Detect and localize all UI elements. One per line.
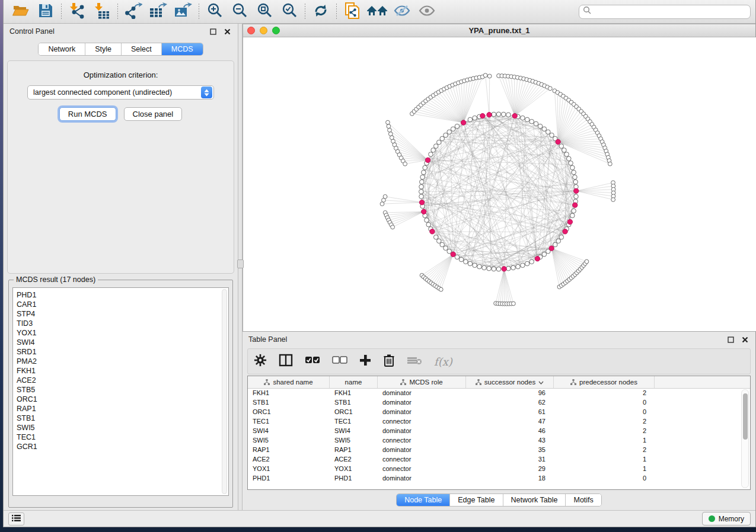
dropdown-selected-value: largest connected component (undirected) bbox=[28, 88, 201, 97]
table-cell: 46 bbox=[466, 427, 554, 436]
close-panel-button[interactable]: Close panel bbox=[124, 107, 183, 121]
list-item[interactable]: FKH1 bbox=[17, 366, 228, 376]
memory-status-icon bbox=[709, 515, 715, 522]
tab-motifs[interactable]: Motifs bbox=[566, 494, 601, 506]
tab-node-table[interactable]: Node Table bbox=[397, 494, 450, 506]
column-header-MCDS-role[interactable]: MCDS role bbox=[378, 376, 466, 388]
tab-network-table[interactable]: Network Table bbox=[503, 494, 566, 506]
list-item[interactable]: SWI4 bbox=[17, 338, 228, 347]
close-panel-icon[interactable] bbox=[222, 27, 232, 36]
add-column-button[interactable] bbox=[359, 354, 371, 368]
list-item[interactable]: STP4 bbox=[17, 309, 228, 319]
float-panel-icon[interactable] bbox=[208, 27, 218, 36]
clone-network-button[interactable] bbox=[340, 2, 365, 22]
list-item[interactable]: YOX1 bbox=[17, 328, 228, 338]
tab-mcds[interactable]: MCDS bbox=[162, 43, 203, 55]
list-item[interactable]: ORC1 bbox=[17, 395, 228, 404]
network-window-titlebar[interactable]: YPA_prune.txt_1 bbox=[243, 24, 755, 37]
float-panel-icon[interactable] bbox=[726, 335, 735, 344]
table-row[interactable]: STB1STB1dominator620 bbox=[248, 398, 750, 408]
list-item[interactable]: TEC1 bbox=[17, 432, 228, 442]
list-item[interactable]: RAP1 bbox=[17, 404, 228, 414]
list-item[interactable]: CAR1 bbox=[17, 300, 228, 309]
list-item[interactable]: SRD1 bbox=[17, 347, 228, 357]
table-row[interactable]: RAP1RAP1dominator352 bbox=[248, 446, 750, 455]
column-header-predecessor-nodes[interactable]: predecessor nodes bbox=[554, 376, 655, 388]
table-row[interactable]: SWI5SWI5connector431 bbox=[248, 436, 750, 446]
table-cell: RAP1 bbox=[248, 446, 330, 455]
zoom-selected-button[interactable] bbox=[277, 2, 302, 22]
column-header-successor-nodes[interactable]: successor nodes bbox=[466, 376, 554, 388]
show-log-button[interactable] bbox=[8, 512, 24, 525]
open-session-button[interactable] bbox=[8, 2, 33, 22]
show-panels-button[interactable] bbox=[414, 2, 439, 22]
table-row[interactable]: ORC1ORC1dominator610 bbox=[248, 408, 750, 417]
select-all-button[interactable] bbox=[305, 356, 320, 367]
list-item[interactable]: GCR1 bbox=[17, 442, 228, 451]
export-network-button[interactable] bbox=[121, 2, 146, 22]
window-minimize-icon[interactable] bbox=[260, 27, 267, 34]
table-cell: 0 bbox=[554, 408, 655, 417]
table-row[interactable]: TEC1TEC1connector472 bbox=[248, 417, 750, 427]
network-overview-button[interactable] bbox=[365, 2, 390, 22]
refresh-icon bbox=[312, 2, 329, 21]
delete-table-button[interactable] bbox=[407, 355, 422, 367]
network-canvas[interactable] bbox=[243, 37, 756, 331]
delete-column-button[interactable] bbox=[383, 354, 395, 369]
table-cell: 2 bbox=[554, 417, 655, 427]
table-scrollbar-track[interactable] bbox=[741, 389, 749, 488]
deselect-all-button[interactable] bbox=[332, 356, 347, 367]
import-network-button[interactable] bbox=[65, 2, 90, 22]
list-item[interactable]: SWI5 bbox=[17, 423, 228, 432]
tab-style[interactable]: Style bbox=[85, 43, 122, 55]
table-cell: ORC1 bbox=[248, 408, 330, 417]
column-header-shared-name[interactable]: shared name bbox=[248, 376, 330, 388]
export-table-button[interactable] bbox=[146, 2, 171, 22]
list-item[interactable]: PMA2 bbox=[17, 357, 228, 366]
hide-panels-button[interactable] bbox=[390, 2, 414, 22]
zoom-out-button[interactable] bbox=[227, 2, 252, 22]
mcds-result-list[interactable]: PHD1CAR1STP4TID3YOX1SWI4SRD1PMA2FKH1ACE2… bbox=[12, 287, 229, 496]
optimization-criterion-dropdown[interactable]: largest connected component (undirected) bbox=[27, 85, 214, 100]
list-item[interactable]: STB1 bbox=[17, 414, 228, 423]
tab-edge-table[interactable]: Edge Table bbox=[450, 494, 503, 506]
zoom-in-button[interactable] bbox=[202, 2, 227, 22]
list-item[interactable]: PHD1 bbox=[17, 290, 228, 300]
table-cell: ORC1 bbox=[330, 408, 378, 417]
table-row[interactable]: PHD1PHD1dominator180 bbox=[248, 474, 750, 483]
table-cell: 29 bbox=[466, 464, 554, 474]
table-cell bbox=[655, 408, 750, 417]
list-item[interactable]: STB5 bbox=[17, 385, 228, 395]
import-table-icon bbox=[93, 2, 111, 21]
tab-select[interactable]: Select bbox=[122, 43, 162, 55]
refresh-button[interactable] bbox=[308, 2, 333, 22]
export-image-button[interactable] bbox=[171, 2, 196, 22]
run-mcds-button[interactable]: Run MCDS bbox=[59, 107, 116, 121]
window-zoom-icon[interactable] bbox=[272, 27, 280, 34]
zoom-fit-button[interactable] bbox=[252, 2, 277, 22]
table-scrollbar-thumb[interactable] bbox=[743, 393, 748, 440]
search-box[interactable] bbox=[579, 5, 751, 19]
table-settings-button[interactable] bbox=[254, 354, 267, 369]
table-row[interactable]: FKH1FKH1dominator962 bbox=[248, 389, 750, 398]
save-session-button[interactable] bbox=[33, 2, 58, 22]
search-input[interactable] bbox=[592, 8, 747, 16]
splitter-grip[interactable] bbox=[237, 259, 244, 268]
tab-network[interactable]: Network bbox=[39, 43, 85, 55]
close-panel-icon[interactable] bbox=[740, 335, 749, 344]
import-table-button[interactable] bbox=[90, 2, 114, 22]
window-close-icon[interactable] bbox=[247, 27, 255, 34]
list-scrollbar-track[interactable] bbox=[222, 289, 227, 494]
table-row[interactable]: ACE2ACE2connector311 bbox=[248, 455, 750, 464]
table-row[interactable]: YOX1YOX1connector291 bbox=[248, 464, 750, 474]
zoom-fit-icon bbox=[256, 2, 273, 21]
toggle-panel-layout-button[interactable] bbox=[279, 354, 293, 369]
toolbar-separator bbox=[61, 4, 62, 20]
table-row[interactable]: SWI4SWI4dominator462 bbox=[248, 427, 750, 436]
function-builder-button[interactable]: f(x) bbox=[434, 355, 452, 368]
panel-splitter[interactable] bbox=[238, 24, 243, 510]
memory-button[interactable]: Memory bbox=[702, 512, 751, 525]
column-header-name[interactable]: name bbox=[330, 376, 378, 388]
list-item[interactable]: TID3 bbox=[17, 319, 228, 328]
list-item[interactable]: ACE2 bbox=[17, 376, 228, 385]
